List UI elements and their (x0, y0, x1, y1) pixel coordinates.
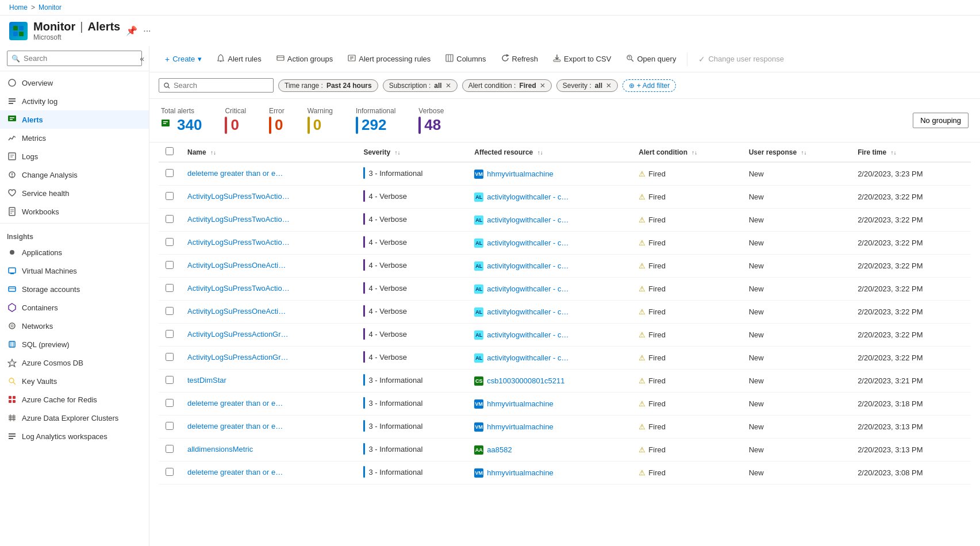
open-query-button[interactable]: Open query (620, 51, 682, 67)
sidebar-search-input[interactable] (7, 51, 142, 66)
resource-link[interactable]: hhmyvirtualmachine (487, 468, 554, 477)
time-range-filter[interactable]: Time range : Past 24 hours (278, 79, 378, 92)
resource-link[interactable]: hhmyvirtualmachine (487, 399, 554, 408)
add-filter-button[interactable]: ⊕ + Add filter (622, 79, 676, 92)
resource-link[interactable]: hhmyvirtualmachine (487, 422, 554, 431)
sidebar-collapse-button[interactable]: « (140, 54, 144, 63)
row-checkbox-cell[interactable] (159, 439, 180, 462)
row-checkbox-4[interactable] (166, 261, 174, 269)
row-checkbox-3[interactable] (166, 238, 174, 246)
no-grouping-button[interactable]: No grouping (913, 113, 969, 128)
export-csv-button[interactable]: Export to CSV (547, 51, 617, 67)
row-checkbox-7[interactable] (166, 330, 174, 338)
resource-link[interactable]: csb10030000801c5211 (487, 376, 564, 385)
row-checkbox-0[interactable] (166, 169, 174, 177)
row-checkbox-cell[interactable] (159, 278, 180, 301)
sidebar-item-key-vaults[interactable]: Key Vaults (0, 372, 149, 390)
row-checkbox-cell[interactable] (159, 186, 180, 209)
alert-processing-rules-button[interactable]: Alert processing rules (341, 51, 437, 67)
resource-link[interactable]: activitylogwithcaller - c… (487, 193, 568, 201)
sidebar-item-logs[interactable]: Logs (0, 147, 149, 166)
col-user-response[interactable]: User response ↑↓ (742, 143, 851, 162)
alert-name-link[interactable]: ActivityLogSuPressOneActi… (187, 261, 286, 270)
alert-name-link[interactable]: ActivityLogSuPressTwoActio… (187, 215, 290, 224)
alert-name-link[interactable]: ActivityLogSuPressTwoActio… (187, 238, 290, 247)
sidebar-item-data-explorer[interactable]: Azure Data Explorer Clusters (0, 409, 149, 427)
col-alert-condition[interactable]: Alert condition ↑↓ (632, 143, 741, 162)
sidebar-item-networks[interactable]: Networks (0, 317, 149, 335)
sidebar-item-change-analysis[interactable]: Change Analysis (0, 166, 149, 184)
row-checkbox-1[interactable] (166, 192, 174, 200)
row-checkbox-cell[interactable] (159, 370, 180, 393)
pin-icon[interactable]: 📌 (126, 25, 137, 36)
breadcrumb-home[interactable]: Home (9, 3, 28, 11)
alert-name-link[interactable]: ActivityLogSuPressTwoActio… (187, 192, 290, 201)
row-checkbox-cell[interactable] (159, 232, 180, 255)
alert-name-link[interactable]: deleteme greater than or e… (187, 399, 283, 407)
sidebar-item-overview[interactable]: Overview (0, 74, 149, 92)
row-checkbox-cell[interactable] (159, 347, 180, 370)
alert-name-link[interactable]: alldimensionsMetric (187, 445, 253, 453)
row-checkbox-6[interactable] (166, 307, 174, 315)
row-checkbox-11[interactable] (166, 422, 174, 430)
row-checkbox-2[interactable] (166, 215, 174, 223)
resource-link[interactable]: activitylogwithcaller - c… (487, 284, 568, 293)
alert-condition-filter[interactable]: Alert condition : Fired ✕ (462, 79, 552, 92)
alert-name-link[interactable]: ActivityLogSuPressOneActi… (187, 307, 286, 316)
alert-name-link[interactable]: ActivityLogSuPressActionGr… (187, 353, 289, 362)
change-user-response-button[interactable]: ✓ Change user response (692, 51, 790, 67)
subscription-filter[interactable]: Subscription : all ✕ (383, 79, 458, 92)
alert-name-link[interactable]: testDimStar (187, 376, 226, 384)
col-affected-resource[interactable]: Affected resource ↑↓ (467, 143, 632, 162)
alert-rules-button[interactable]: Alert rules (210, 51, 268, 67)
row-checkbox-9[interactable] (166, 376, 174, 384)
alert-name-link[interactable]: deleteme greater than or e… (187, 169, 283, 178)
row-checkbox-cell[interactable] (159, 416, 180, 439)
row-checkbox-10[interactable] (166, 399, 174, 407)
sidebar-item-alerts[interactable]: Alerts (0, 110, 149, 129)
resource-link[interactable]: activitylogwithcaller - c… (487, 330, 568, 339)
alert-name-link[interactable]: deleteme greater than or e… (187, 422, 283, 430)
severity-filter[interactable]: Severity : all ✕ (556, 79, 618, 92)
row-checkbox-cell[interactable] (159, 324, 180, 347)
sidebar-item-sql[interactable]: SQL (preview) (0, 335, 149, 353)
refresh-button[interactable]: Refresh (495, 51, 545, 67)
resource-link[interactable]: activitylogwithcaller - c… (487, 353, 568, 362)
resource-link[interactable]: hhmyvirtualmachine (487, 170, 554, 178)
resource-link[interactable]: activitylogwithcaller - c… (487, 262, 568, 270)
resource-link[interactable]: aa8582 (487, 445, 512, 454)
resource-link[interactable]: activitylogwithcaller - c… (487, 239, 568, 247)
col-severity[interactable]: Severity ↑↓ (356, 143, 467, 162)
columns-button[interactable]: Columns (439, 51, 492, 67)
sidebar-item-virtual-machines[interactable]: Virtual Machines (0, 262, 149, 280)
sidebar-item-storage-accounts[interactable]: Storage accounts (0, 280, 149, 298)
alert-name-link[interactable]: ActivityLogSuPressTwoActio… (187, 284, 290, 293)
severity-filter-close[interactable]: ✕ (606, 82, 612, 90)
select-all-checkbox[interactable] (166, 147, 174, 155)
row-checkbox-cell[interactable] (159, 301, 180, 324)
row-checkbox-cell[interactable] (159, 462, 180, 485)
resource-link[interactable]: activitylogwithcaller - c… (487, 216, 568, 224)
more-options-icon[interactable]: ··· (143, 26, 151, 36)
row-checkbox-cell[interactable] (159, 209, 180, 232)
select-all-header[interactable] (159, 143, 180, 162)
sidebar-item-cosmos[interactable]: Azure Cosmos DB (0, 353, 149, 372)
row-checkbox-8[interactable] (166, 353, 174, 361)
subscription-filter-close[interactable]: ✕ (445, 82, 451, 90)
sidebar-item-activity-log[interactable]: Activity log (0, 92, 149, 110)
alert-condition-filter-close[interactable]: ✕ (540, 82, 545, 90)
col-name[interactable]: Name ↑↓ (180, 143, 356, 162)
row-checkbox-cell[interactable] (159, 162, 180, 186)
row-checkbox-13[interactable] (166, 468, 174, 476)
sidebar-item-log-analytics[interactable]: Log Analytics workspaces (0, 427, 149, 445)
breadcrumb-monitor[interactable]: Monitor (39, 3, 62, 11)
create-button[interactable]: + Create ▾ (159, 51, 208, 67)
sidebar-item-containers[interactable]: Containers (0, 298, 149, 317)
sidebar-item-workbooks[interactable]: Workbooks (0, 202, 149, 221)
action-groups-button[interactable]: Action groups (270, 51, 340, 67)
sidebar-item-service-health[interactable]: Service health (0, 184, 149, 202)
row-checkbox-5[interactable] (166, 284, 174, 292)
sidebar-item-metrics[interactable]: Metrics (0, 129, 149, 147)
filter-search-input[interactable] (174, 81, 268, 90)
col-fire-time[interactable]: Fire time ↑↓ (851, 143, 971, 162)
